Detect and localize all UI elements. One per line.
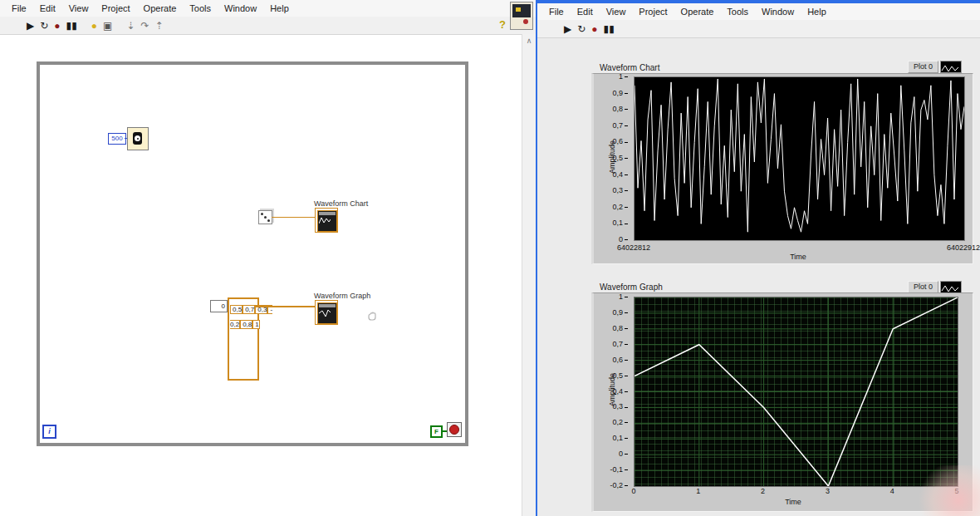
y-tick-label: 0 [619, 235, 628, 243]
run-icon[interactable]: ▶ [27, 21, 34, 31]
menu-item[interactable]: Help [801, 5, 833, 18]
title-bar[interactable] [537, 0, 980, 3]
menu-item[interactable]: View [600, 5, 633, 18]
context-help-icon[interactable]: ? [499, 18, 506, 31]
chart-terminal-label: Waveform Chart [314, 199, 368, 208]
y-tick-label: 0,2 [612, 203, 628, 211]
terminal-icon [317, 302, 337, 324]
chart-plot-legend[interactable]: Plot 0 [908, 61, 962, 73]
y-tick-label: 0,8 [612, 105, 628, 113]
legend-label[interactable]: Plot 0 [908, 281, 938, 293]
highlight-execution-icon[interactable]: ● [91, 21, 97, 31]
false-constant[interactable]: F [430, 425, 443, 438]
vi-icon-art [516, 7, 521, 12]
iteration-terminal[interactable]: i [42, 425, 56, 439]
legend-waveform-icon[interactable] [940, 61, 962, 73]
stop-sign-icon [449, 425, 459, 435]
menu-item[interactable]: View [62, 2, 96, 15]
wire[interactable] [256, 306, 315, 307]
fp-toolbar: ▶↻●▮▮ [537, 20, 980, 38]
array-cell[interactable]: 0,5 [230, 305, 243, 314]
vi-icon[interactable] [510, 2, 533, 30]
pause-icon[interactable]: ▮▮ [604, 24, 615, 34]
step-over-icon[interactable]: ↷ [140, 21, 149, 31]
menu-item[interactable]: Tools [183, 2, 218, 15]
numeric-constant-500[interactable]: 500 [108, 133, 126, 145]
step-out-icon[interactable]: ⇡ [154, 21, 163, 31]
array-cell[interactable]: 0,8 [240, 320, 252, 329]
waveform-chart-title[interactable]: Waveform Chart [600, 63, 659, 72]
menu-item[interactable]: Edit [571, 5, 600, 18]
vertical-scrollbar[interactable]: ∧ [522, 34, 536, 516]
menu-item[interactable]: File [5, 2, 33, 15]
retain-wire-values-icon[interactable]: ▣ [103, 21, 112, 31]
array-cell[interactable]: 1 [252, 320, 259, 329]
fp-menubar: FileEditViewProjectOperateToolsWindowHel… [537, 3, 980, 20]
menu-item[interactable]: Edit [33, 2, 62, 15]
loop-condition-terminal[interactable] [447, 422, 462, 437]
wire[interactable] [272, 217, 315, 218]
x-tick-label: 5 [944, 487, 969, 495]
waveform-graph-title[interactable]: Waveform Graph [600, 283, 663, 292]
y-tick-label: 0,8 [612, 324, 628, 332]
y-tick-label: 0,9 [612, 89, 628, 97]
graph-terminal-label: Waveform Graph [314, 292, 370, 300]
step-into-icon[interactable]: ⇣ [126, 21, 135, 31]
block-diagram-window: FileEditViewProjectOperateToolsWindowHel… [0, 0, 536, 516]
y-tick-label: 0,2 [612, 418, 628, 426]
y-tick-label: 0,3 [612, 186, 628, 194]
chart-x-min-label: 64022812 [596, 243, 671, 252]
graph-plot-legend[interactable]: Plot 0 [908, 281, 962, 293]
array-constant-cells: 0,50,70,3-0,20,81 [230, 300, 253, 330]
wait-ms-node[interactable] [127, 127, 149, 150]
menu-item[interactable]: Project [632, 5, 674, 18]
chart-plot-area[interactable] [634, 76, 965, 241]
dice-dot [267, 219, 270, 222]
menu-item[interactable]: File [542, 5, 571, 18]
menu-item[interactable]: Help [263, 2, 296, 15]
menu-item[interactable]: Operate [137, 2, 184, 15]
menu-item[interactable]: Window [218, 2, 263, 15]
run-continuous-icon[interactable]: ↻ [577, 24, 586, 34]
array-cell[interactable]: 0,7 [243, 305, 255, 314]
pause-icon[interactable]: ▮▮ [66, 21, 77, 31]
menu-item[interactable]: Operate [674, 5, 721, 18]
y-tick-label: 0,1 [612, 434, 628, 442]
abort-icon[interactable]: ● [591, 24, 597, 34]
menu-item[interactable]: Project [95, 2, 136, 15]
graph-x-axis: 012345 [634, 487, 957, 497]
abort-icon[interactable]: ● [54, 21, 60, 31]
chart-y-axis-label: Amplitude [608, 132, 616, 182]
random-number-node[interactable] [258, 210, 272, 224]
graph-plot-area[interactable] [634, 297, 958, 487]
vi-icon-art [523, 19, 528, 24]
bd-menubar: FileEditViewProjectOperateToolsWindowHel… [0, 0, 536, 17]
x-tick-label: 3 [815, 487, 840, 495]
legend-waveform-icon[interactable] [940, 281, 962, 293]
y-tick-label: 0,7 [612, 340, 628, 348]
y-tick-label: 0,1 [612, 219, 628, 227]
dice-dot [264, 216, 267, 219]
waveform-graph-terminal[interactable] [315, 300, 338, 325]
x-tick-label: 2 [751, 487, 776, 495]
dice-dot [261, 213, 263, 215]
hand-cursor-icon [365, 309, 379, 322]
graph-y-axis-label: Amplitude [608, 365, 616, 415]
run-continuous-icon[interactable]: ↻ [40, 21, 48, 31]
run-icon[interactable]: ▶ [564, 24, 571, 34]
y-tick-label: 0,7 [612, 121, 628, 130]
x-tick-label: 0 [621, 487, 646, 495]
chart-x-axis-label: Time [757, 253, 840, 261]
waveform-chart-terminal[interactable] [315, 208, 338, 233]
menu-item[interactable]: Tools [720, 5, 755, 18]
y-tick-label: 0,6 [612, 356, 628, 364]
legend-label[interactable]: Plot 0 [908, 61, 938, 73]
menu-item[interactable]: Window [755, 5, 801, 18]
x-tick-label: 4 [880, 487, 904, 495]
graph-x-axis-label: Time [752, 498, 835, 506]
scroll-up-icon[interactable]: ∧ [522, 34, 536, 45]
terminal-icon [317, 210, 337, 232]
while-loop-structure[interactable] [37, 61, 468, 446]
y-tick-label: 1 [619, 72, 628, 81]
array-index-box[interactable]: 0 [210, 300, 228, 312]
